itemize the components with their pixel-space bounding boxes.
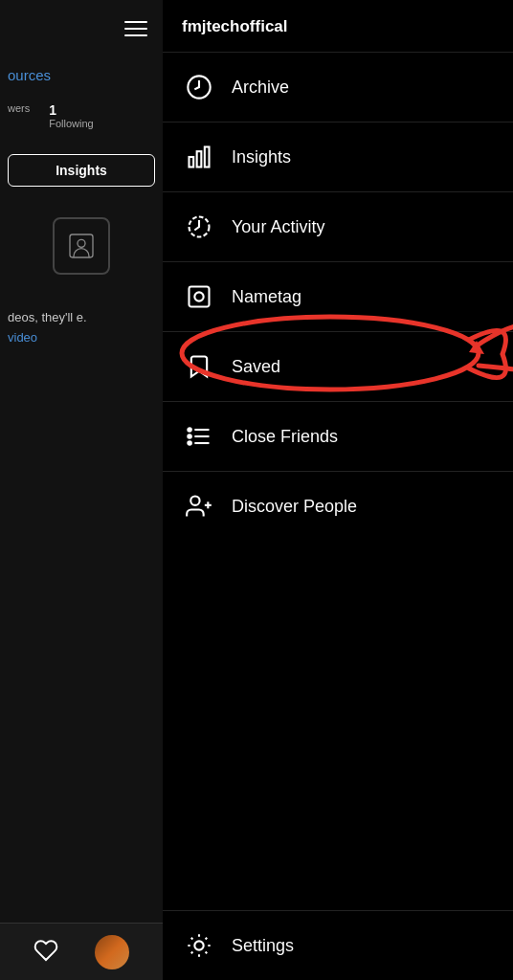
menu-item-settings[interactable]: Settings [163,910,513,980]
menu-item-discover-people[interactable]: Discover People [163,472,513,541]
followers-stat: wers [8,102,30,129]
your-activity-label: Your Activity [232,217,324,237]
svg-point-12 [188,434,191,438]
menu-item-close-friends[interactable]: Close Friends [163,402,513,471]
insights-icon [182,140,216,174]
svg-point-17 [194,941,203,949]
svg-point-14 [190,497,199,505]
left-panel-top [0,0,163,57]
hamburger-menu-button[interactable] [124,21,147,36]
following-stat: 1 Following [49,102,93,129]
like-button[interactable] [33,938,58,967]
settings-label: Settings [232,936,294,956]
menu-item-insights[interactable]: Insights [163,122,513,191]
bottom-navigation-bar [0,923,163,980]
activity-icon [182,210,216,244]
profile-stats: wers 1 Following [0,93,163,139]
insights-button[interactable]: Insights [8,154,155,187]
right-panel-menu: fmjtechoffical Archive Insights [163,0,513,980]
svg-rect-4 [205,147,210,167]
insights-label: Insights [232,147,291,167]
following-count: 1 [49,102,93,118]
close-friends-icon [182,419,216,454]
svg-rect-3 [197,151,202,167]
left-content-area: deos, they'll e. video [0,290,163,352]
description-text: deos, they'll e. [8,309,155,326]
close-friends-label: Close Friends [232,427,338,447]
archive-icon [182,70,216,104]
archive-label: Archive [232,78,289,98]
svg-point-11 [188,428,191,432]
svg-point-7 [194,292,203,301]
photo-placeholder [53,217,110,275]
menu-item-saved[interactable]: Saved [163,332,513,401]
settings-icon [182,928,216,963]
menu-header: fmjtechoffical [163,0,513,53]
menu-item-your-activity[interactable]: Your Activity [163,192,513,261]
avatar[interactable] [95,935,129,969]
video-link[interactable]: video [8,330,155,345]
svg-rect-6 [190,287,210,307]
svg-point-13 [188,441,191,445]
svg-rect-0 [70,234,93,257]
svg-rect-2 [190,157,194,167]
resources-link[interactable]: ources [0,57,163,93]
nametag-icon [182,279,216,314]
left-panel: ources wers 1 Following Insights deos, t… [0,0,163,980]
nametag-label: Nametag [232,287,301,307]
discover-people-label: Discover People [232,497,357,517]
saved-label: Saved [232,357,280,377]
saved-icon [182,349,216,384]
menu-item-archive[interactable]: Archive [163,53,513,122]
discover-people-icon [182,489,216,523]
menu-username: fmjtechoffical [182,17,494,36]
person-photo-icon [66,231,97,261]
followers-label: wers [8,102,30,114]
menu-item-nametag[interactable]: Nametag [163,262,513,331]
svg-point-1 [78,239,85,247]
following-label: Following [49,118,93,129]
